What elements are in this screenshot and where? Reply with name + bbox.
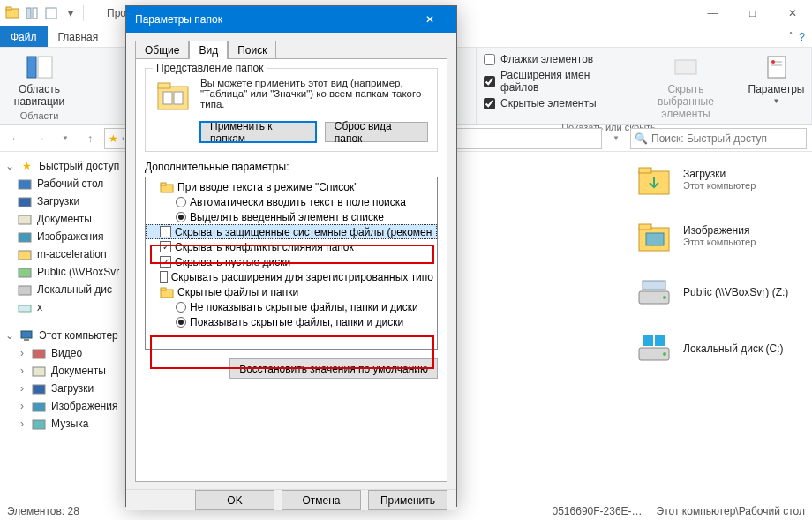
tree-row[interactable]: Не показывать скрытые файлы, папки и дис… <box>146 299 437 314</box>
checkbox[interactable] <box>160 271 168 283</box>
qat-btn-2[interactable] <box>44 6 58 20</box>
tree-label: Скрывать пустые диски <box>175 256 290 268</box>
apply-to-folders-button[interactable]: Применить к папкам <box>200 122 316 142</box>
dialog-title: Параметры папок <box>135 13 222 26</box>
radio[interactable] <box>176 317 186 328</box>
svg-rect-25 <box>33 403 45 411</box>
dlg-tab-view[interactable]: Вид <box>189 41 228 59</box>
tree-label: Скрытые файлы и папки <box>177 286 298 298</box>
drive-icon <box>18 300 32 314</box>
options-icon <box>763 53 791 81</box>
cancel-button[interactable]: Отмена <box>282 490 361 510</box>
content-item[interactable]: Локальный диск (C:) <box>635 330 803 367</box>
downloads-icon <box>32 381 46 396</box>
group-text: Вы можете применить этот вид (например, … <box>200 78 428 115</box>
dialog-close-button[interactable]: ✕ <box>412 6 447 33</box>
tab-file[interactable]: Файл <box>0 26 48 47</box>
maximize-button[interactable]: □ <box>733 1 772 26</box>
tab-home[interactable]: Главная <box>48 26 109 47</box>
svg-rect-40 <box>158 83 170 88</box>
tree-row[interactable]: ✓Скрывать пустые диски <box>146 254 437 269</box>
svg-rect-42 <box>174 92 183 104</box>
check-item-flags[interactable]: Флажки элементов <box>484 53 620 65</box>
desktop-icon <box>18 177 32 191</box>
restore-defaults-button[interactable]: Восстановить значения по умолчанию <box>229 358 438 379</box>
advanced-settings-tree[interactable]: При вводе текста в режиме "Список"Автома… <box>145 177 438 350</box>
refresh-button[interactable]: ▼ <box>605 128 627 149</box>
tree-label: При вводе текста в режиме "Список" <box>177 181 358 193</box>
check-hidden[interactable]: Скрытые элементы <box>484 97 620 109</box>
recent-button[interactable]: ▼ <box>55 128 76 149</box>
tree-label: Скрывать защищенные системные файлы (рек… <box>175 226 432 238</box>
tree-row[interactable]: Скрытые файлы и папки <box>146 284 437 299</box>
tree-row[interactable]: При вводе текста в режиме "Список" <box>146 179 437 194</box>
tree-row[interactable]: Скрывать защищенные системные файлы (рек… <box>146 224 437 239</box>
svg-rect-37 <box>643 335 653 346</box>
svg-rect-14 <box>19 215 31 224</box>
svg-rect-16 <box>19 251 31 260</box>
back-button[interactable]: ← <box>5 128 26 149</box>
svg-rect-20 <box>21 331 32 338</box>
item-icon <box>635 161 673 198</box>
documents-icon <box>32 364 46 378</box>
ribbon-help-icon[interactable]: ? <box>799 31 805 43</box>
svg-rect-2 <box>26 8 31 19</box>
checkbox[interactable]: ✓ <box>160 241 171 252</box>
tree-row[interactable]: Автоматически вводить текст в поле поиск… <box>146 194 437 209</box>
item-name: Загрузки <box>683 168 756 180</box>
qat-dropdown-icon[interactable]: ▾ <box>64 6 78 20</box>
close-button[interactable]: ✕ <box>772 1 812 26</box>
tree-row[interactable]: Выделять введенный элемент в списке <box>146 209 437 224</box>
ribbon-group-areas: Области <box>7 110 71 121</box>
radio[interactable] <box>176 212 186 222</box>
minimize-button[interactable]: — <box>693 1 733 26</box>
dlg-tab-search[interactable]: Поиск <box>228 41 276 59</box>
dlg-tab-general[interactable]: Общие <box>135 41 189 59</box>
content-item[interactable]: Public (\\VBoxSvr) (Z:) <box>635 274 803 311</box>
item-sub: Этот компьютер <box>683 237 756 247</box>
svg-rect-31 <box>646 233 664 245</box>
check-file-ext[interactable]: Расширения имен файлов <box>484 69 620 94</box>
status-path-1: 0516690F-236E-… <box>553 505 643 517</box>
netdrive-icon <box>18 265 32 279</box>
tree-row[interactable]: Скрывать расширения для зарегистрированн… <box>146 269 437 284</box>
content-item[interactable]: ЗагрузкиЭтот компьютер <box>635 161 803 198</box>
nav-pane-button[interactable]: Область навигации <box>7 51 71 109</box>
item-sub: Этот компьютер <box>683 180 756 191</box>
folder-views-group: Представление папок Вы можете применить … <box>145 68 438 152</box>
item-icon <box>635 274 673 311</box>
hide-selected-icon <box>672 53 700 81</box>
hide-selected-button[interactable]: Скрыть выбранные элементы <box>638 51 733 122</box>
reset-folders-button[interactable]: Сброс вида папок <box>325 122 428 142</box>
documents-icon <box>18 212 32 226</box>
tree-label: Выделять введенный элемент в списке <box>190 211 384 223</box>
svg-rect-17 <box>19 268 31 277</box>
checkbox[interactable]: ✓ <box>160 256 171 268</box>
dialog-titlebar[interactable]: Параметры папок ✕ <box>126 6 456 33</box>
qat-btn-1[interactable] <box>25 6 39 20</box>
svg-rect-46 <box>161 288 166 290</box>
tree-row[interactable]: ✓Скрывать конфликты слияния папок <box>146 239 437 254</box>
checkbox[interactable] <box>160 226 171 237</box>
tree-label: Не показывать скрытые файлы, папки и дис… <box>190 301 418 313</box>
ribbon-caret-icon[interactable]: ˄ <box>788 31 793 43</box>
svg-rect-3 <box>33 8 37 19</box>
content-item[interactable]: ИзображенияЭтот компьютер <box>635 217 803 254</box>
svg-rect-13 <box>19 198 31 207</box>
search-field[interactable]: 🔍 Поиск: Быстрый доступ <box>630 128 807 149</box>
radio[interactable] <box>176 302 186 313</box>
options-button[interactable]: Параметры ▼ <box>748 51 804 107</box>
svg-rect-24 <box>33 385 45 394</box>
svg-rect-26 <box>33 420 45 429</box>
svg-rect-8 <box>768 57 786 78</box>
up-button[interactable]: ↑ <box>79 128 101 149</box>
radio[interactable] <box>176 197 186 207</box>
svg-rect-5 <box>27 57 36 78</box>
tree-row[interactable]: Показывать скрытые файлы, папки и диски <box>146 314 437 329</box>
star-icon: ★ <box>19 159 34 173</box>
svg-rect-19 <box>19 305 31 312</box>
forward-button[interactable]: → <box>30 128 51 149</box>
ok-button[interactable]: OK <box>195 490 274 510</box>
apply-button[interactable]: Применить <box>368 490 447 510</box>
pictures-icon <box>32 399 46 413</box>
